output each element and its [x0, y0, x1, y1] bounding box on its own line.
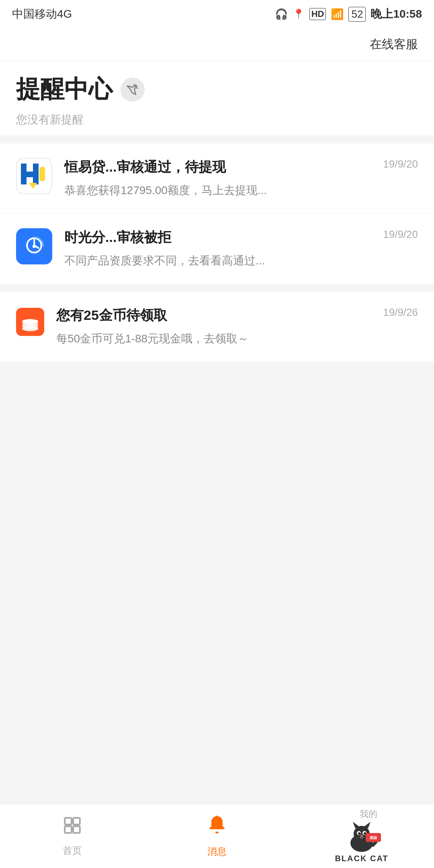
- notification-item-hyd[interactable]: 恒易贷...审核通过，待提现 19/9/20 恭喜您获得12795.00额度，马…: [0, 143, 434, 214]
- tab-bar: 首页 消息: [0, 804, 434, 868]
- broom-icon: [125, 82, 140, 97]
- sgf-date: 19/9/20: [383, 228, 418, 241]
- message-label: 消息: [207, 845, 227, 858]
- sgf-content: 时光分...审核被拒 19/9/20 不同产品资质要求不同，去看看高通过...: [64, 228, 418, 269]
- svg-rect-4: [33, 164, 39, 184]
- coin-desc: 每50金币可兑1-88元现金哦，去领取～: [56, 330, 418, 347]
- signal-icon: 📶: [331, 8, 344, 20]
- sgf-desc: 不同产品资质要求不同，去看看高通过...: [64, 252, 418, 269]
- status-right: 🎧 📍 HD 📶 52 晚上10:58: [275, 6, 422, 22]
- hyd-icon: [16, 158, 52, 194]
- hyd-desc: 恭喜您获得12795.00额度，马上去提现...: [64, 182, 418, 199]
- coin-date: 19/9/26: [383, 306, 418, 319]
- online-service-button[interactable]: 在线客服: [370, 36, 418, 53]
- notification-section-1: 恒易贷...审核通过，待提现 19/9/20 恭喜您获得12795.00额度，马…: [0, 143, 434, 284]
- svg-point-30: [360, 835, 363, 837]
- carrier-text: 中国移动4G: [12, 6, 72, 22]
- svg-rect-19: [65, 826, 72, 833]
- svg-rect-20: [73, 826, 80, 833]
- svg-point-28: [358, 832, 360, 835]
- page-title: 提醒中心: [16, 73, 113, 106]
- coin-content: 您有25金币待领取 19/9/26 每50金币可兑1-88元现金哦，去领取～: [56, 306, 418, 347]
- notification-item-sgf[interactable]: 时光分...审核被拒 19/9/20 不同产品资质要求不同，去看看高通过...: [0, 214, 434, 284]
- hyd-title: 恒易贷...审核通过，待提现: [64, 158, 375, 176]
- home-icon: [62, 815, 82, 840]
- coin-notification-item[interactable]: 您有25金币待领取 19/9/26 每50金币可兑1-88元现金哦，去领取～: [0, 292, 434, 362]
- svg-point-11: [33, 245, 36, 248]
- coin-icon: [16, 308, 44, 336]
- home-label: 首页: [63, 844, 82, 857]
- title-area: 提醒中心 您没有新提醒: [0, 61, 434, 135]
- page-header: 在线客服: [0, 28, 434, 61]
- svg-text:黑猫: 黑猫: [370, 836, 377, 840]
- svg-rect-5: [39, 167, 45, 181]
- tab-message[interactable]: 消息: [145, 804, 289, 868]
- empty-area: [0, 362, 434, 723]
- tab-home[interactable]: 首页: [0, 804, 145, 868]
- message-icon: [206, 815, 228, 841]
- hd-icon: HD: [309, 8, 326, 20]
- clear-button[interactable]: [121, 78, 145, 102]
- headphone-icon: 🎧: [275, 8, 288, 20]
- tab-mine[interactable]: 黑猫 我的 BLACK CAT: [289, 804, 434, 868]
- hyd-content: 恒易贷...审核通过，待提现 19/9/20 恭喜您获得12795.00额度，马…: [64, 158, 418, 199]
- svg-rect-17: [65, 818, 72, 825]
- hyd-date: 19/9/20: [383, 158, 418, 170]
- svg-point-16: [22, 319, 38, 324]
- battery-text: 52: [348, 7, 366, 22]
- sgf-title: 时光分...审核被拒: [64, 228, 375, 247]
- svg-rect-18: [73, 818, 80, 825]
- svg-point-29: [364, 832, 366, 835]
- location-icon: 📍: [293, 8, 305, 20]
- mine-label: 我的: [360, 808, 377, 820]
- black-cat-text: BLACK CAT: [335, 854, 388, 863]
- svg-point-21: [216, 816, 218, 818]
- no-reminder-text: 您没有新提醒: [16, 112, 418, 127]
- sgf-icon: [16, 228, 52, 264]
- notification-section-2: 您有25金币待领取 19/9/26 每50金币可兑1-88元现金哦，去领取～: [0, 292, 434, 362]
- status-time: 晚上10:58: [371, 6, 422, 22]
- coin-title: 您有25金币待领取: [56, 306, 375, 325]
- status-bar: 中国移动4G 🎧 📍 HD 📶 52 晚上10:58: [0, 0, 434, 28]
